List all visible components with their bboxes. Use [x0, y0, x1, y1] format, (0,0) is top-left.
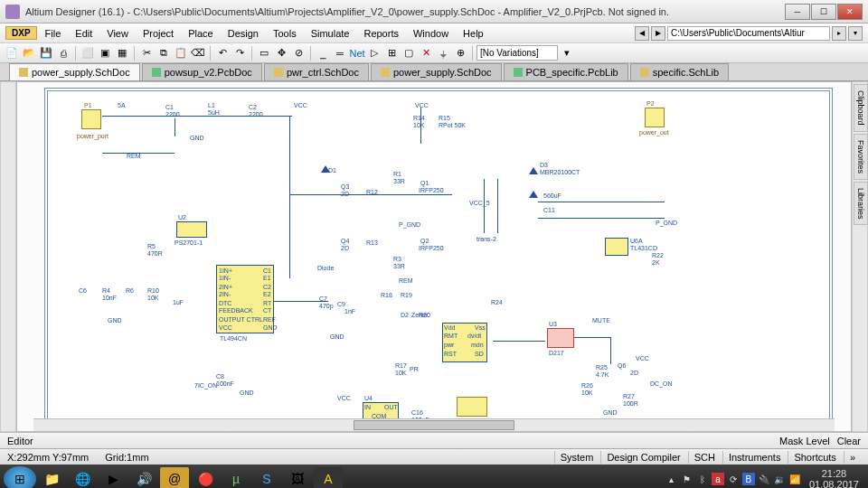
start-button[interactable]: ⊞	[4, 466, 36, 488]
nav-menu-button[interactable]: ▾	[848, 26, 863, 41]
taskbar-volume-icon[interactable]: 🔊	[129, 467, 158, 488]
print-icon[interactable]: ⎙	[55, 45, 71, 61]
tray-vol-icon[interactable]: 🔉	[773, 473, 786, 485]
panel-libraries[interactable]: Libraries	[854, 182, 868, 226]
tab-specific-schlib[interactable]: specific.SchLib	[630, 63, 729, 80]
taskbar-app-icon[interactable]: @	[160, 467, 189, 488]
path-input[interactable]	[667, 26, 830, 41]
nav-go-button[interactable]: ▸	[832, 26, 846, 41]
save-icon[interactable]: 💾	[38, 45, 54, 61]
undo-icon[interactable]: ↶	[214, 45, 231, 61]
taskbar-skype-icon[interactable]: S	[252, 467, 281, 488]
ic-tl431[interactable]	[605, 238, 628, 256]
menu-simulate[interactable]: Simulate	[305, 26, 356, 41]
zoom-sel-icon[interactable]: ▦	[114, 45, 130, 61]
tray-wifi-icon[interactable]: 📶	[788, 473, 801, 485]
taskbar-explorer-icon[interactable]: 📁	[37, 467, 66, 488]
panel-favorites[interactable]: Favorites	[854, 134, 868, 180]
move-icon[interactable]: ✥	[273, 45, 289, 61]
panel-instruments[interactable]: Instruments	[722, 451, 786, 464]
cut-icon[interactable]: ✂	[138, 45, 155, 61]
noerc-icon[interactable]: ✕	[418, 45, 434, 61]
taskbar-wmp-icon[interactable]: ▶	[99, 467, 127, 488]
tab-powsup-pcb[interactable]: powsup_v2.PcbDoc	[142, 63, 262, 80]
mask-level-button[interactable]: Mask Level	[779, 436, 830, 446]
menu-help[interactable]: Help	[457, 26, 490, 41]
menu-edit[interactable]: Edit	[69, 26, 99, 41]
dxp-menu[interactable]: DXP	[5, 26, 37, 40]
part-icon[interactable]: ⊞	[383, 45, 400, 61]
menu-reports[interactable]: Reports	[357, 26, 405, 41]
diode-icon	[529, 167, 538, 174]
select-icon[interactable]: ▭	[256, 45, 272, 61]
ic-opto[interactable]	[176, 221, 207, 238]
port-icon[interactable]: ▷	[366, 45, 382, 61]
taskbar-ie-icon[interactable]: 🌐	[68, 467, 97, 488]
netlabel-icon[interactable]: Net	[349, 45, 365, 61]
taskbar-chrome-icon[interactable]: 🔴	[191, 467, 220, 488]
taskbar-clock[interactable]: 21:28 01.08.2017	[804, 468, 864, 488]
cross-icon[interactable]: ⊕	[452, 45, 468, 61]
document-tabs: power_supply.SchDoc powsup_v2.PcbDoc pwr…	[0, 63, 868, 81]
redo-icon[interactable]: ↷	[231, 45, 248, 61]
scrollbar-thumb[interactable]	[354, 420, 514, 430]
copy-icon[interactable]: ⧉	[156, 45, 172, 61]
cursor-coordinates: X:292mm Y:97mm	[7, 452, 89, 463]
power-icon[interactable]: ⏚	[435, 45, 451, 61]
taskbar-utorrent-icon[interactable]: µ	[222, 467, 250, 488]
schematic-canvas[interactable]: P1 power_port 5A REM C1 2200 L1 5uH C2 2…	[16, 81, 852, 432]
panel-shortcuts[interactable]: Shortcuts	[788, 451, 841, 464]
panel-toggle-icon[interactable]: »	[844, 451, 861, 464]
tab-pwr-ctrl[interactable]: pwr_ctrl.SchDoc	[264, 63, 369, 80]
prog-port[interactable]	[457, 397, 487, 417]
menu-window[interactable]: Window	[407, 26, 455, 41]
nav-back-button[interactable]: ◀	[635, 26, 649, 41]
deselect-icon[interactable]: ⊘	[290, 45, 307, 61]
rubber-icon[interactable]: ⌫	[190, 45, 206, 61]
tray-power-icon[interactable]: 🔌	[758, 473, 770, 485]
open-icon[interactable]: 📂	[21, 45, 37, 61]
menu-file[interactable]: File	[39, 26, 68, 41]
power-out-port[interactable]	[645, 108, 665, 127]
nav-fwd-button[interactable]: ▶	[651, 26, 665, 41]
tray-flag-icon[interactable]: ⚑	[681, 473, 693, 485]
zoom-area-icon[interactable]: ▣	[97, 45, 113, 61]
bus-icon[interactable]: ═	[332, 45, 348, 61]
wire-icon[interactable]: ⎯	[315, 45, 331, 61]
variations-combo[interactable]: [No Variations]	[476, 45, 558, 61]
tray-net-icon[interactable]: ⟳	[727, 473, 740, 485]
menu-tools[interactable]: Tools	[267, 26, 303, 41]
ic-d217[interactable]	[547, 328, 574, 348]
panel-system[interactable]: System	[554, 451, 599, 464]
close-button[interactable]: ✕	[837, 4, 863, 20]
panel-design-compiler[interactable]: Design Compiler	[600, 451, 685, 464]
panel-clipboard[interactable]: Clipboard	[854, 84, 868, 132]
tab-power-supply[interactable]: power_supply.SchDoc	[9, 63, 140, 80]
window-title: Altium Designer (16.1) - C:\Users\Public…	[25, 6, 785, 17]
tray-lang-icon[interactable]: В	[742, 473, 755, 485]
new-icon[interactable]: 📄	[4, 45, 20, 61]
taskbar-altium-icon[interactable]: A	[314, 467, 343, 488]
taskbar-photos-icon[interactable]: 🖼	[283, 467, 312, 488]
panel-sch[interactable]: SCH	[688, 451, 721, 464]
zoom-fit-icon[interactable]: ⬜	[80, 45, 96, 61]
maximize-button[interactable]: ☐	[811, 4, 836, 20]
var-icon[interactable]: ▾	[559, 45, 575, 61]
clear-button[interactable]: Clear	[837, 436, 861, 446]
tab-power-supply-2[interactable]: power_supply.SchDoc	[371, 63, 502, 80]
menu-view[interactable]: View	[100, 26, 135, 41]
sheet-icon[interactable]: ▢	[401, 45, 417, 61]
menu-place[interactable]: Place	[182, 26, 220, 41]
minimize-button[interactable]: ─	[785, 4, 810, 20]
tray-bt-icon[interactable]: ᛒ	[696, 473, 709, 485]
power-port[interactable]	[81, 109, 101, 129]
tab-pcb-specific[interactable]: PCB_specific.PcbLib	[504, 63, 628, 80]
tray-up-icon[interactable]: ▴	[665, 473, 678, 485]
menu-design[interactable]: Design	[222, 26, 265, 41]
horizontal-scrollbar[interactable]	[33, 418, 835, 431]
tray-av-icon[interactable]: a	[712, 473, 724, 485]
main-toolbar: 📄 📂 💾 ⎙ ⬜ ▣ ▦ ✂ ⧉ 📋 ⌫ ↶ ↷ ▭ ✥ ⊘ ⎯ ═ Net …	[0, 43, 868, 63]
app-logo-icon	[5, 5, 20, 19]
menu-project[interactable]: Project	[137, 26, 180, 41]
paste-icon[interactable]: 📋	[173, 45, 189, 61]
